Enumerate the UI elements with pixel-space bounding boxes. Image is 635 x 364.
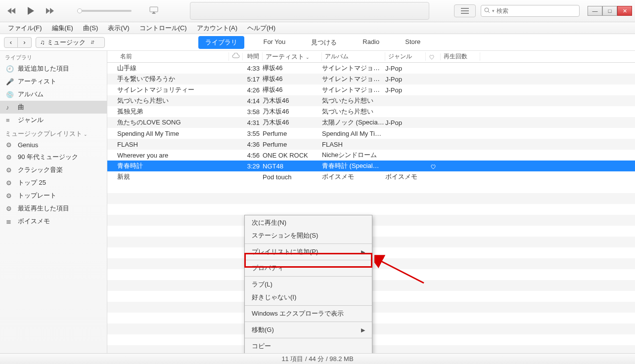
menu-ファイル(F)[interactable]: ファイル(F) xyxy=(4,23,46,34)
table-row[interactable]: 青春時計3:29NGT48青春時計 (Special… xyxy=(107,161,635,171)
mic-icon: 🎤 xyxy=(6,78,14,85)
menu-曲(S)[interactable]: 曲(S) xyxy=(79,23,102,34)
col-love[interactable] xyxy=(426,53,441,60)
ctx-プロパティ[interactable]: プロパティ xyxy=(245,262,372,275)
sidebar-item-最近再生した項目[interactable]: ⚙最近再生した項目 xyxy=(0,202,107,215)
table-row[interactable]: 新規Pod touchボイスメモボイスメモ xyxy=(107,171,635,182)
gear-icon: ⚙ xyxy=(6,192,14,200)
sidebar-item-トップ 25[interactable]: ⚙トップ 25 xyxy=(0,176,107,189)
table-header: 名前 時間 アーティスト ⌄ アルバム ジャンル 再生回数 xyxy=(107,51,635,63)
ctx-コピー[interactable]: コピー xyxy=(245,340,372,353)
gear-icon: ⚙ xyxy=(6,154,14,161)
play-button[interactable] xyxy=(26,6,36,16)
prev-button[interactable] xyxy=(7,6,17,16)
table-row[interactable]: 山手線4:33欅坂46サイレントマジョリティ…J-Pop xyxy=(107,63,635,74)
main-panel: 名前 時間 アーティスト ⌄ アルバム ジャンル 再生回数 山手線4:33欅坂4… xyxy=(107,51,635,353)
sidebar-header-library: ライブラリ xyxy=(0,51,107,62)
menubar: ファイル(F)編集(E)曲(S)表示(V)コントロール(C)アカウント(A)ヘル… xyxy=(0,22,635,34)
empty-row xyxy=(107,193,635,204)
menu-アカウント(A)[interactable]: アカウント(A) xyxy=(193,23,241,34)
svg-point-1 xyxy=(485,8,489,12)
table-row[interactable]: 手を繋いで帰ろうか5:17欅坂46サイレントマジョリティ…J-Pop xyxy=(107,74,635,84)
sidebar-item-クラシック音楽[interactable]: ⚙クラシック音楽 xyxy=(0,163,107,176)
bars-icon: ≡ xyxy=(6,117,14,124)
table-row[interactable]: 気づいたら片想い4:14乃木坂46気づいたら片想い xyxy=(107,95,635,106)
ctx-次に再生(N)[interactable]: 次に再生(N) xyxy=(245,216,372,229)
sidebar-item-トップレート[interactable]: ⚙トップレート xyxy=(0,189,107,202)
sidebar-item-Genius[interactable]: ⚙Genius xyxy=(0,139,107,151)
window-buttons: — □ ✕ xyxy=(588,6,632,16)
menu-separator xyxy=(245,305,372,306)
sidebar-item-曲[interactable]: ♪曲 xyxy=(0,101,107,114)
table-row[interactable]: Wherever you are4:56ONE OK ROCKNicheシンドロ… xyxy=(107,150,635,161)
menu-コントロール(C)[interactable]: コントロール(C) xyxy=(136,23,191,34)
table-row[interactable]: FLASH4:36PerfumeFLASH xyxy=(107,139,635,150)
menu-ヘルプ(H)[interactable]: ヘルプ(H) xyxy=(243,23,279,34)
ctx-好きじゃない(I)[interactable]: 好きじゃない(I) xyxy=(245,291,372,304)
play-controls xyxy=(0,6,165,16)
search-input[interactable] xyxy=(497,7,576,14)
sidebar-item-最近追加した項目[interactable]: 🕘最近追加した項目 xyxy=(0,62,107,75)
search-box[interactable]: ▾ xyxy=(481,5,580,17)
close-button[interactable]: ✕ xyxy=(617,6,632,16)
nav-forward-button[interactable]: › xyxy=(18,37,32,48)
list-view-toggle[interactable] xyxy=(454,4,476,17)
gear-icon: ⚙ xyxy=(6,205,14,212)
sidebar-item-ジャンル[interactable]: ≡ジャンル xyxy=(0,114,107,126)
col-genre[interactable]: ジャンル xyxy=(385,52,426,61)
menu-編集(E)[interactable]: 編集(E) xyxy=(48,23,77,34)
sidebar-item-アーティスト[interactable]: 🎤アーティスト xyxy=(0,75,107,88)
sidebar-item-アルバム[interactable]: 💿アルバム xyxy=(0,88,107,101)
svg-rect-0 xyxy=(150,7,158,12)
volume-slider[interactable] xyxy=(77,10,132,12)
ctx-移動(G)[interactable]: 移動(G)▶ xyxy=(245,324,372,336)
menu-separator xyxy=(245,322,372,322)
col-name[interactable]: 名前 xyxy=(117,52,229,61)
gear-icon: ⚙ xyxy=(6,179,14,187)
album-icon: 💿 xyxy=(6,91,14,98)
context-menu: 次に再生(N)ステーションを開始(S)プレイリストに追加(P)▶プロパティラブ(… xyxy=(244,215,372,353)
col-album[interactable]: アルバム xyxy=(322,52,385,61)
tab-見つける[interactable]: 見つける xyxy=(304,36,344,49)
note-icon: ♪ xyxy=(6,104,14,111)
player-bar: ▾ — □ ✕ xyxy=(0,0,635,22)
tab-Store[interactable]: Store xyxy=(398,36,427,49)
sidebar-item-ボイスメモ[interactable]: ≣ボイスメモ xyxy=(0,215,107,228)
col-cloud[interactable] xyxy=(229,53,243,60)
col-plays[interactable]: 再生回数 xyxy=(441,52,480,61)
chevron-down-icon: ⌄ xyxy=(84,132,88,137)
sidebar-item-90 年代ミュージック[interactable]: ⚙90 年代ミュージック xyxy=(0,151,107,163)
tab-ライブラリ[interactable]: ライブラリ xyxy=(198,36,244,49)
table-row[interactable]: サイレントマジョリティー4:26欅坂46サイレントマジョリティ…J-Pop xyxy=(107,84,635,95)
tab-Radio[interactable]: Radio xyxy=(356,36,386,49)
ctx-Windows エクスプローラで表示[interactable]: Windows エクスプローラで表示 xyxy=(245,307,372,320)
top-tabs: ライブラリFor You見つけるRadioStore xyxy=(105,36,521,49)
table-row[interactable]: 魚たちのLOVE SONG4:31乃木坂46太陽ノック (Special…J-P… xyxy=(107,117,635,128)
next-button[interactable] xyxy=(45,6,54,16)
sidebar: ライブラリ 🕘最近追加した項目🎤アーティスト💿アルバム♪曲≡ジャンル ミュージッ… xyxy=(0,51,107,353)
clock-icon: 🕘 xyxy=(6,65,14,73)
empty-row xyxy=(107,182,635,193)
menu-separator xyxy=(245,276,372,277)
minimize-button[interactable]: — xyxy=(588,6,602,16)
ctx-プレイリストに追加(P)[interactable]: プレイリストに追加(P)▶ xyxy=(245,245,372,258)
list-icon: ≣ xyxy=(6,218,14,225)
ctx-ステーションを開始(S)[interactable]: ステーションを開始(S) xyxy=(245,229,372,242)
nav-arrows: ‹ › xyxy=(4,37,32,48)
table-row[interactable]: 孤独兄弟3:58乃木坂46気づいたら片想い xyxy=(107,106,635,117)
nav-back-button[interactable]: ‹ xyxy=(4,37,18,48)
maximize-button[interactable]: □ xyxy=(602,6,617,16)
col-time[interactable]: 時間 xyxy=(243,52,263,61)
ctx-ラブ(L)[interactable]: ラブ(L) xyxy=(245,278,372,291)
tab-For You[interactable]: For You xyxy=(256,36,292,49)
chevron-right-icon: ▶ xyxy=(361,327,365,333)
navigation-row: ‹ › ♫ ミュージック ⇵ ライブラリFor You見つけるRadioStor… xyxy=(0,34,635,51)
menu-表示(V)[interactable]: 表示(V) xyxy=(104,23,133,34)
airplay-icon[interactable] xyxy=(149,6,158,16)
media-type-selector[interactable]: ♫ ミュージック ⇵ xyxy=(36,37,105,48)
dropdown-caret-icon: ▾ xyxy=(492,8,495,13)
now-playing-display xyxy=(190,2,429,20)
col-artist[interactable]: アーティスト ⌄ xyxy=(263,52,322,61)
chevron-updown-icon: ⇵ xyxy=(91,40,94,45)
table-row[interactable]: Spending All My Time3:55PerfumeSpending … xyxy=(107,128,635,139)
